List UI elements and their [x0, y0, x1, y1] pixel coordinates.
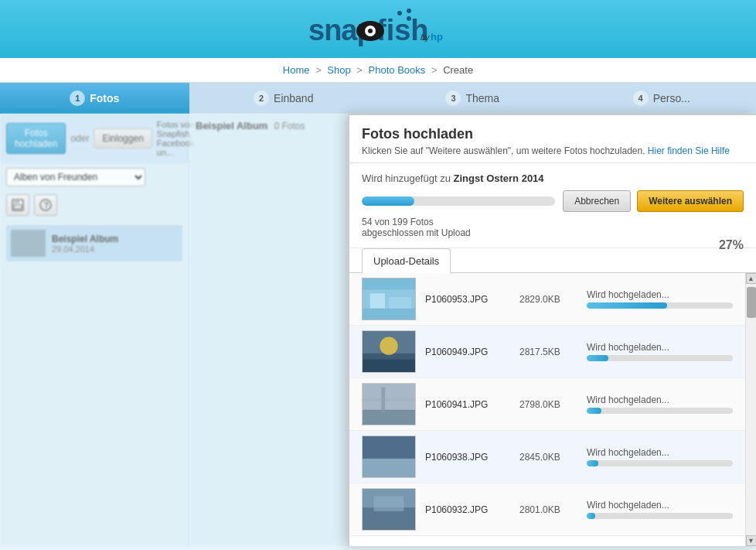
center-fotos-count: 0 Fotos — [274, 121, 305, 132]
file-item: P1060949.JPG 2817.5KB Wird hochgeladen..… — [349, 326, 745, 378]
file-status-area-2: Wird hochgeladen... — [587, 342, 733, 361]
breadcrumb-shop[interactable]: Shop — [327, 64, 350, 76]
photos-from-label: Fotos von Snapfish, Facebook un... — [157, 120, 194, 157]
album-list: Beispiel Album 29.04.2014 — [0, 219, 189, 271]
svg-point-8 — [407, 9, 411, 13]
step-label-2: Einband — [274, 92, 313, 104]
breadcrumb-photo-books[interactable]: Photo Books — [369, 64, 426, 76]
svg-point-4 — [368, 29, 373, 33]
progress-status: 54 von 199 Fotos abgeschlossen mit Uploa… — [362, 217, 744, 238]
svg-point-21 — [380, 337, 397, 355]
album-date: 29.04.2014 — [52, 244, 118, 254]
file-progress-fill-5 — [587, 513, 595, 519]
album-select[interactable]: Alben von Freunden — [6, 168, 145, 186]
svg-rect-11 — [14, 200, 19, 203]
modal-subtitle-text: Klicken Sie auf "Weitere auswählen", um … — [362, 145, 645, 156]
file-size-1: 2829.0KB — [519, 294, 577, 305]
svg-text:?: ? — [44, 200, 49, 210]
svg-text:hp: hp — [431, 31, 443, 43]
file-progress-fill-4 — [587, 460, 598, 466]
album-select-row: Alben von Freunden — [0, 163, 189, 191]
file-name-4: P1060938.JPG — [425, 452, 510, 463]
file-list: P1060953.JPG 2829.0KB Wird hochgeladen..… — [349, 273, 745, 546]
sep1: > — [315, 64, 324, 76]
scrollbar[interactable]: ▲ ▼ — [745, 273, 756, 546]
svg-rect-32 — [374, 497, 404, 511]
file-status-4: Wird hochgeladen... — [587, 447, 733, 458]
svg-rect-28 — [363, 436, 415, 459]
step-num-3: 3 — [445, 91, 461, 106]
svg-rect-24 — [363, 410, 415, 425]
svg-text:by: by — [421, 32, 431, 42]
header: snap fish by hp — [0, 0, 756, 58]
floppy-icon — [12, 199, 24, 211]
thumb-preview-2 — [363, 330, 415, 373]
adding-to-prefix: Wird hinzugefügt zu — [362, 173, 451, 184]
file-size-5: 2801.0KB — [519, 504, 577, 515]
modal-title: Fotos hochladen — [362, 126, 744, 142]
help-icon-button[interactable]: ? — [34, 194, 57, 216]
file-progress-fill-2 — [587, 355, 608, 361]
upload-modal: Fotos hochladen Klicken Sie auf "Weitere… — [348, 114, 756, 546]
question-icon: ? — [39, 199, 52, 211]
file-thumb-1 — [362, 278, 416, 320]
upload-details-tab[interactable]: Upload-Details — [362, 248, 451, 273]
progress-adding-label: Wird hinzugefügt zu Zingst Ostern 2014 — [362, 173, 744, 184]
center-album-name: Beispiel Album — [196, 120, 267, 132]
breadcrumb-home[interactable]: Home — [283, 64, 310, 76]
breadcrumb: Home > Shop > Photo Books > Create — [0, 58, 756, 83]
step-label-4: Perso... — [653, 92, 690, 104]
upload-tab-area: Upload-Details — [349, 248, 756, 273]
progress-bar-row: Abbrechen Weitere auswählen — [362, 190, 744, 212]
album-name: Beispiel Album — [52, 234, 118, 244]
file-progress-bg-2 — [587, 355, 733, 361]
svg-rect-22 — [363, 360, 415, 373]
step-num-1: 1 — [70, 91, 85, 106]
album-item[interactable]: Beispiel Album 29.04.2014 — [6, 225, 182, 261]
file-size-3: 2798.0KB — [519, 399, 577, 410]
file-size-4: 2845.0KB — [519, 452, 577, 463]
steps-bar: 1 Fotos 2 Einband 3 Thema 4 Perso... — [0, 83, 756, 114]
svg-rect-29 — [363, 459, 415, 477]
file-item: P1060938.JPG 2845.0KB Wird hochgeladen..… — [349, 431, 745, 483]
scroll-down-arrow[interactable]: ▼ — [746, 535, 757, 546]
file-progress-fill-1 — [587, 302, 667, 309]
file-name-1: P1060953.JPG — [425, 294, 510, 305]
breadcrumb-create: Create — [443, 64, 473, 76]
album-destination: Zingst Ostern 2014 — [454, 173, 544, 184]
file-thumb-4 — [362, 436, 416, 478]
progress-status-line1: 54 von 199 Fotos — [362, 217, 434, 227]
scroll-up-arrow[interactable]: ▲ — [746, 273, 757, 284]
file-status-2: Wird hochgeladen... — [587, 342, 733, 353]
file-thumb-2 — [362, 330, 416, 373]
sep3: > — [431, 64, 440, 76]
svg-point-7 — [397, 11, 402, 15]
step-perso[interactable]: 4 Perso... — [567, 83, 757, 114]
modal-subtitle: Klicken Sie auf "Weitere auswählen", um … — [362, 145, 744, 156]
file-item: P1060932.JPG 2801.0KB Wird hochgeladen..… — [349, 483, 745, 536]
file-status-1: Wird hochgeladen... — [587, 289, 733, 300]
thumb-preview-1 — [363, 278, 415, 320]
help-link[interactable]: Hier finden Sie Hilfe — [648, 145, 730, 156]
login-button[interactable]: Einloggen — [94, 128, 152, 149]
weitere-button[interactable]: Weitere auswählen — [637, 190, 744, 212]
step-fotos[interactable]: 1 Fotos — [0, 83, 189, 114]
step-thema[interactable]: 3 Thema — [378, 83, 567, 114]
modal-header: Fotos hochladen Klicken Sie auf "Weitere… — [349, 115, 756, 163]
thumb-preview-3 — [363, 383, 415, 425]
file-status-5: Wird hochgeladen... — [587, 500, 733, 511]
file-thumb-5 — [362, 488, 416, 531]
file-progress-bg-1 — [587, 302, 733, 309]
svg-rect-26 — [363, 398, 415, 401]
upload-button[interactable]: Fotos hochladen — [6, 123, 66, 154]
save-icon-button[interactable] — [6, 194, 29, 216]
main-content: Fotos hochladen oder Einloggen Fotos von… — [0, 114, 756, 546]
snapfish-logo: snap fish by hp — [308, 8, 448, 50]
step-einband[interactable]: 2 Einband — [189, 83, 379, 114]
svg-rect-12 — [14, 205, 22, 209]
abbrechen-button[interactable]: Abbrechen — [563, 190, 631, 212]
scrollbar-thumb[interactable] — [747, 287, 756, 318]
file-item: P1060953.JPG 2829.0KB Wird hochgeladen..… — [349, 273, 745, 326]
svg-rect-18 — [389, 297, 411, 309]
thumb-preview-5 — [363, 488, 415, 531]
